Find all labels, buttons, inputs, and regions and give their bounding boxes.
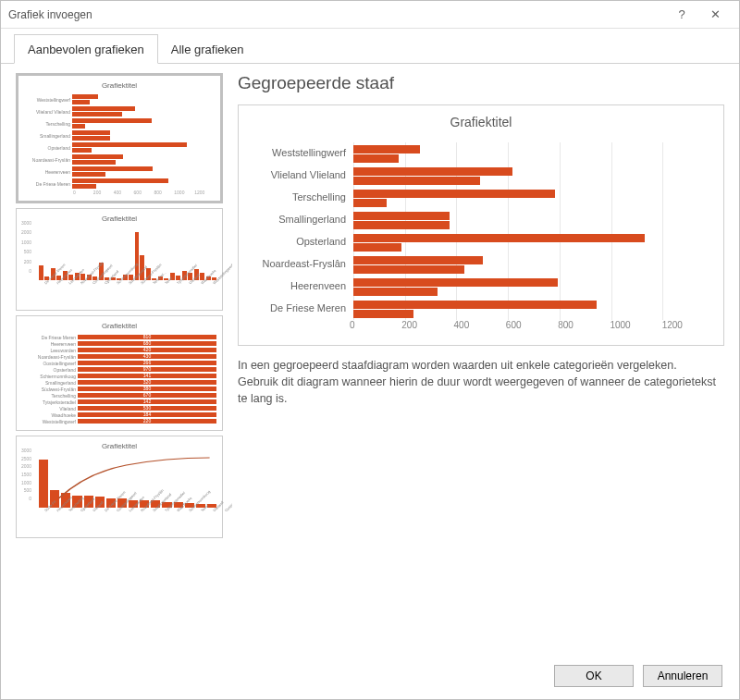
tab-recommended-charts[interactable]: Aanbevolen grafieken <box>14 34 158 64</box>
ok-button[interactable]: OK <box>554 665 634 687</box>
thumb-title: Grafiektitel <box>22 215 216 223</box>
chart-preview[interactable]: Grafiektitel WeststellingwerfVlieland Vl… <box>238 104 724 346</box>
dialog-footer: OK Annuleren <box>1 653 739 699</box>
thumb-title: Grafiektitel <box>22 322 216 330</box>
cancel-button[interactable]: Annuleren <box>643 665 722 687</box>
thumb-title: Grafiektitel <box>22 442 216 450</box>
chart-description: In een gegroepeerd staafdiagram worden w… <box>238 357 724 407</box>
thumb-title: Grafiektitel <box>24 81 215 90</box>
tab-all-charts[interactable]: Alle grafieken <box>158 35 257 63</box>
chart-plot-area: WeststellingwerfVlieland VlielandTersche… <box>248 142 714 320</box>
tabs: Aanbevolen grafieken Alle grafieken <box>1 29 739 64</box>
dialog-body: Grafiektitel WeststellingwerfVlieland Vl… <box>1 64 739 653</box>
chart-thumbnails: Grafiektitel WeststellingwerfVlieland Vl… <box>16 73 232 653</box>
chart-type-name: Gegroepeerde staaf <box>238 73 724 93</box>
help-icon[interactable]: ? <box>665 2 698 28</box>
insert-chart-dialog: Grafiek invoegen ? ✕ Aanbevolen grafieke… <box>0 0 740 700</box>
chart-thumb-4[interactable]: Grafiektitel 300025002000150010005000 Sú… <box>16 436 223 538</box>
chart-preview-pane: Gegroepeerde staaf Grafiektitel Weststel… <box>232 73 724 653</box>
close-icon[interactable]: ✕ <box>698 2 732 28</box>
chart-thumb-3[interactable]: Grafiektitel De Friese Meren810Heerenvee… <box>16 315 223 431</box>
window-title: Grafiek invoegen <box>8 8 665 21</box>
chart-title: Grafiektitel <box>248 115 714 129</box>
chart-x-axis: 020040060080010001200 <box>353 320 714 330</box>
chart-thumb-1[interactable]: Grafiektitel WeststellingwerfVlieland Vl… <box>16 73 223 203</box>
titlebar: Grafiek invoegen ? ✕ <box>1 1 739 29</box>
chart-thumb-2[interactable]: Grafiektitel 3000200010005002000 De Frie… <box>16 208 223 311</box>
